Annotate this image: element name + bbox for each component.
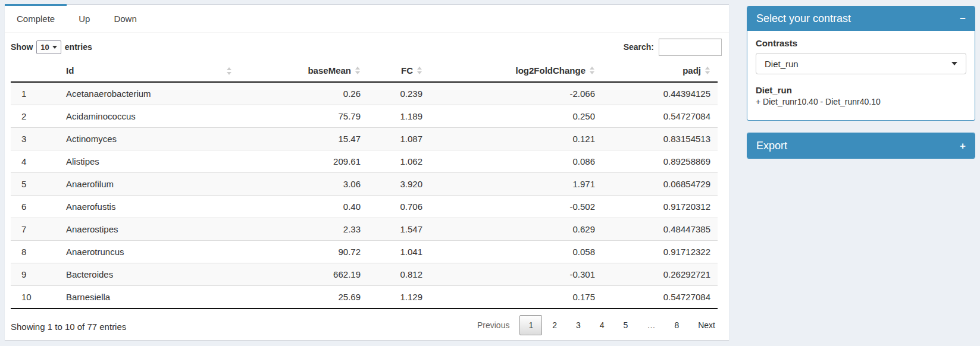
pagination: Previous12345…8Next	[467, 315, 724, 335]
cell-padj: 0.91712322	[602, 241, 718, 263]
table-row[interactable]: 10Barnesiella25.691.1290.1750.54727084	[11, 286, 718, 309]
expand-plus-icon[interactable]: +	[960, 141, 966, 151]
column-label: baseMean	[308, 65, 351, 76]
search-label: Search:	[624, 42, 654, 52]
table-row[interactable]: 7Anaerostipes2.331.5470.6290.48447385	[11, 218, 718, 241]
contrasts-label: Contrasts	[756, 38, 966, 48]
cell-log2fc: 0.121	[430, 128, 602, 150]
contrast-panel-title: Select your contrast	[756, 12, 851, 25]
cell-log2fc: 1.971	[430, 173, 602, 196]
sort-both-icon	[705, 67, 710, 74]
table-row[interactable]: 6Anaerofustis0.400.706-0.5020.91720312	[11, 196, 718, 218]
tab-up[interactable]: Up	[67, 4, 102, 32]
sort-both-icon	[590, 67, 595, 74]
page-button-3[interactable]: 3	[567, 315, 590, 335]
cell-baseMean: 662.19	[238, 263, 368, 286]
contrast-select[interactable]: Diet_run	[756, 53, 966, 74]
column-header-rownum	[11, 59, 55, 82]
cell-n: 1	[11, 82, 55, 105]
table-row[interactable]: 4Alistipes209.611.0620.0860.89258869	[11, 150, 718, 173]
show-label: Show	[11, 42, 33, 52]
cell-fc: 1.189	[368, 105, 430, 128]
collapse-minus-icon[interactable]: −	[960, 14, 966, 24]
cell-log2fc: -0.301	[430, 263, 602, 286]
cell-baseMean: 90.72	[238, 241, 368, 263]
previous-page-button[interactable]: Previous	[468, 315, 518, 335]
sort-both-icon	[417, 67, 422, 74]
cell-id: Alistipes	[55, 150, 238, 173]
column-header-padj[interactable]: padj	[602, 59, 718, 82]
tab-down[interactable]: Down	[102, 4, 148, 32]
cell-padj: 0.91720312	[602, 196, 718, 218]
cell-id: Barnesiella	[55, 286, 238, 309]
table-row[interactable]: 8Anaerotruncus90.721.0410.0580.91712322	[11, 241, 718, 263]
results-table: Id baseMean FC log2FoldChange padj 1Acet…	[11, 59, 718, 309]
column-label: FC	[401, 65, 413, 76]
cell-n: 6	[11, 196, 55, 218]
table-row[interactable]: 2Acidaminococcus75.791.1890.2500.5472708…	[11, 105, 718, 128]
page-length-select[interactable]: 10	[36, 40, 61, 54]
results-panel: Complete Up Down Show 10 entries Search:	[5, 4, 729, 340]
contrast-panel: Select your contrast − Contrasts Diet_ru…	[747, 6, 975, 121]
contrast-formula: + Diet_runr10.40 - Diet_runr40.10	[756, 97, 966, 106]
cell-id: Anaerostipes	[55, 218, 238, 241]
page-button-2[interactable]: 2	[543, 315, 566, 335]
search-control: Search:	[624, 39, 722, 56]
cell-id: Anaerotruncus	[55, 241, 238, 263]
table-info: Showing 1 to 10 of 77 entries	[11, 319, 126, 332]
column-header-id[interactable]: Id	[55, 59, 238, 82]
cell-fc: 1.062	[368, 150, 430, 173]
cell-padj: 0.06854729	[602, 173, 718, 196]
tab-bar: Complete Up Down	[5, 4, 729, 33]
cell-log2fc: -2.066	[430, 82, 602, 105]
cell-id: Acetanaerobacterium	[55, 82, 238, 105]
cell-padj: 0.26292721	[602, 263, 718, 286]
cell-log2fc: 0.086	[430, 150, 602, 173]
table-row[interactable]: 9Bacteroides662.190.812-0.3010.26292721	[11, 263, 718, 286]
cell-baseMean: 3.06	[238, 173, 368, 196]
page-button-8[interactable]: 8	[665, 315, 688, 335]
cell-id: Anaerofustis	[55, 196, 238, 218]
export-panel: Export +	[747, 133, 975, 159]
cell-n: 7	[11, 218, 55, 241]
export-panel-title: Export	[756, 140, 787, 152]
cell-log2fc: 0.058	[430, 241, 602, 263]
cell-fc: 0.239	[368, 82, 430, 105]
chevron-down-icon	[951, 62, 957, 65]
table-header-row: Id baseMean FC log2FoldChange padj	[11, 59, 718, 82]
cell-fc: 0.706	[368, 196, 430, 218]
tab-complete[interactable]: Complete	[5, 4, 67, 32]
table-row[interactable]: 5Anaerofilum3.063.9201.9710.06854729	[11, 173, 718, 196]
cell-padj: 0.44394125	[602, 82, 718, 105]
cell-baseMean: 209.61	[238, 150, 368, 173]
cell-padj: 0.54727084	[602, 105, 718, 128]
cell-fc: 0.812	[368, 263, 430, 286]
table-footer: Showing 1 to 10 of 77 entries Previous12…	[5, 309, 729, 335]
cell-padj: 0.54727084	[602, 286, 718, 309]
table-controls: Show 10 entries Search:	[5, 33, 729, 59]
export-panel-header: Export +	[747, 133, 975, 158]
table-row[interactable]: 3Actinomyces15.471.0870.1210.83154513	[11, 128, 718, 150]
cell-fc: 1.041	[368, 241, 430, 263]
cell-n: 9	[11, 263, 55, 286]
cell-baseMean: 15.47	[238, 128, 368, 150]
page-button-4[interactable]: 4	[591, 315, 613, 335]
entries-label: entries	[65, 42, 92, 52]
table-row[interactable]: 1Acetanaerobacterium0.260.239-2.0660.443…	[11, 82, 718, 105]
cell-log2fc: 0.629	[430, 218, 602, 241]
search-input[interactable]	[659, 39, 722, 56]
cell-n: 3	[11, 128, 55, 150]
cell-baseMean: 25.69	[238, 286, 368, 309]
cell-fc: 1.547	[368, 218, 430, 241]
table-body: 1Acetanaerobacterium0.260.239-2.0660.443…	[11, 82, 718, 309]
page-button-1[interactable]: 1	[519, 315, 542, 335]
page-button-5[interactable]: 5	[615, 315, 637, 335]
column-header-fc[interactable]: FC	[368, 59, 430, 82]
cell-id: Bacteroides	[55, 263, 238, 286]
contrast-name: Diet_run	[756, 85, 966, 95]
column-header-log2foldchange[interactable]: log2FoldChange	[430, 59, 602, 82]
next-page-button[interactable]: Next	[689, 315, 724, 335]
cell-id: Acidaminococcus	[55, 105, 238, 128]
column-header-basemean[interactable]: baseMean	[238, 59, 368, 82]
cell-padj: 0.89258869	[602, 150, 718, 173]
